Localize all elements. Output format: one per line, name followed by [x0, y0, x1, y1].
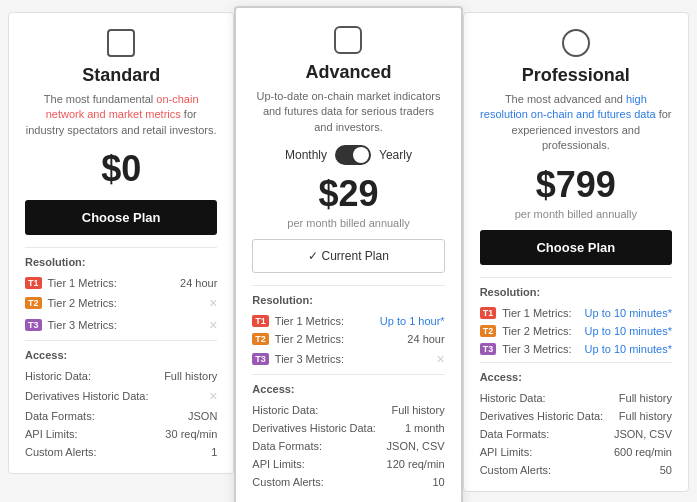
plan-header-advanced: Advanced Up-to-date on-chain market indi… — [252, 26, 444, 135]
standard-icon — [107, 29, 135, 57]
professional-tier3-row: T3 Tier 3 Metrics: Up to 10 minutes* — [480, 340, 672, 358]
advanced-historic-row: Historic Data: Full history — [252, 401, 444, 419]
standard-historic-value: Full history — [164, 370, 217, 382]
standard-tier2-left: T2 Tier 2 Metrics: — [25, 297, 117, 309]
professional-plan-desc: The most advanced and high resolution on… — [480, 92, 672, 154]
standard-desc-highlight: on-chain network and market metrics — [46, 93, 199, 120]
standard-formats-label: Data Formats: — [25, 410, 188, 422]
advanced-t3-badge: T3 — [252, 353, 269, 365]
advanced-alerts-label: Custom Alerts: — [252, 476, 432, 488]
professional-t3-value: Up to 10 minutes* — [585, 343, 672, 355]
professional-api-value: 600 req/min — [614, 446, 672, 458]
advanced-t2-badge: T2 — [252, 333, 269, 345]
professional-t1-value: Up to 10 minutes* — [585, 307, 672, 319]
advanced-access-section: Access: Historic Data: Full history Deri… — [252, 374, 444, 491]
professional-tier2-left: T2 Tier 2 Metrics: — [480, 325, 572, 337]
standard-deriv-row: Derivatives Historic Data: × — [25, 385, 217, 407]
professional-resolution-label: Resolution: — [480, 277, 672, 298]
standard-t2-value: × — [209, 295, 217, 311]
advanced-alerts-value: 10 — [432, 476, 444, 488]
professional-alerts-value: 50 — [660, 464, 672, 476]
professional-api-label: API Limits: — [480, 446, 614, 458]
standard-access-section: Access: Historic Data: Full history Deri… — [25, 340, 217, 461]
standard-price-block: $0 — [25, 148, 217, 190]
plan-card-advanced: Advanced Up-to-date on-chain market indi… — [234, 6, 462, 502]
advanced-tier1-left: T1 Tier 1 Metrics: — [252, 315, 344, 327]
standard-alerts-value: 1 — [211, 446, 217, 458]
advanced-historic-value: Full history — [391, 404, 444, 416]
standard-t3-value: × — [209, 317, 217, 333]
advanced-tier2-left: T2 Tier 2 Metrics: — [252, 333, 344, 345]
standard-t3-label: Tier 3 Metrics: — [48, 319, 117, 331]
advanced-deriv-value: 1 month — [405, 422, 445, 434]
plan-card-professional: Professional The most advanced and high … — [463, 12, 689, 492]
standard-choose-button[interactable]: Choose Plan — [25, 200, 217, 235]
advanced-t1-label: Tier 1 Metrics: — [275, 315, 344, 327]
professional-t2-badge: T2 — [480, 325, 497, 337]
professional-deriv-label: Derivatives Historic Data: — [480, 410, 619, 422]
advanced-deriv-row: Derivatives Historic Data: 1 month — [252, 419, 444, 437]
pricing-container: Standard The most fundamental on-chain n… — [8, 12, 689, 502]
standard-api-label: API Limits: — [25, 428, 165, 440]
professional-t2-label: Tier 2 Metrics: — [502, 325, 571, 337]
professional-t1-label: Tier 1 Metrics: — [502, 307, 571, 319]
advanced-api-label: API Limits: — [252, 458, 386, 470]
toggle-yearly-label: Yearly — [379, 148, 412, 162]
plan-header-standard: Standard The most fundamental on-chain n… — [25, 29, 217, 138]
advanced-tier2-row: T2 Tier 2 Metrics: 24 hour — [252, 330, 444, 348]
professional-deriv-value: Full history — [619, 410, 672, 422]
professional-api-row: API Limits: 600 req/min — [480, 443, 672, 461]
plan-header-professional: Professional The most advanced and high … — [480, 29, 672, 154]
professional-price-period: per month billed annually — [480, 208, 672, 220]
professional-historic-value: Full history — [619, 392, 672, 404]
standard-tier3-left: T3 Tier 3 Metrics: — [25, 319, 117, 331]
professional-t1-badge: T1 — [480, 307, 497, 319]
advanced-formats-value: JSON, CSV — [387, 440, 445, 452]
standard-plan-desc: The most fundamental on-chain network an… — [25, 92, 217, 138]
professional-t3-label: Tier 3 Metrics: — [502, 343, 571, 355]
standard-plan-name: Standard — [25, 65, 217, 86]
advanced-tier3-left: T3 Tier 3 Metrics: — [252, 353, 344, 365]
professional-tier3-left: T3 Tier 3 Metrics: — [480, 343, 572, 355]
billing-toggle-switch[interactable] — [335, 145, 371, 165]
professional-formats-row: Data Formats: JSON, CSV — [480, 425, 672, 443]
professional-icon — [562, 29, 590, 57]
standard-alerts-row: Custom Alerts: 1 — [25, 443, 217, 461]
advanced-t2-label: Tier 2 Metrics: — [275, 333, 344, 345]
advanced-t1-badge: T1 — [252, 315, 269, 327]
standard-formats-value: JSON — [188, 410, 217, 422]
standard-t1-value: 24 hour — [180, 277, 217, 289]
advanced-access-label: Access: — [252, 374, 444, 395]
advanced-t3-label: Tier 3 Metrics: — [275, 353, 344, 365]
advanced-formats-row: Data Formats: JSON, CSV — [252, 437, 444, 455]
advanced-current-plan-button[interactable]: Current Plan — [252, 239, 444, 273]
advanced-price-period: per month billed annually — [252, 217, 444, 229]
plan-card-standard: Standard The most fundamental on-chain n… — [8, 12, 234, 474]
professional-access-section: Access: Historic Data: Full history Deri… — [480, 362, 672, 479]
advanced-historic-label: Historic Data: — [252, 404, 391, 416]
professional-t2-value: Up to 10 minutes* — [585, 325, 672, 337]
standard-price: $0 — [25, 148, 217, 190]
standard-api-value: 30 req/min — [165, 428, 217, 440]
professional-tier1-row: T1 Tier 1 Metrics: Up to 10 minutes* — [480, 304, 672, 322]
advanced-icon — [334, 26, 362, 54]
professional-t3-badge: T3 — [480, 343, 497, 355]
standard-t3-badge: T3 — [25, 319, 42, 331]
advanced-tier3-row: T3 Tier 3 Metrics: × — [252, 348, 444, 370]
standard-tier1-row: T1 Tier 1 Metrics: 24 hour — [25, 274, 217, 292]
advanced-resolution-label: Resolution: — [252, 285, 444, 306]
standard-formats-row: Data Formats: JSON — [25, 407, 217, 425]
advanced-plan-desc: Up-to-date on-chain market indicators an… — [252, 89, 444, 135]
advanced-price: $29 — [252, 173, 444, 215]
standard-historic-row: Historic Data: Full history — [25, 367, 217, 385]
advanced-t3-value: × — [436, 351, 444, 367]
advanced-price-block: $29 per month billed annually — [252, 173, 444, 229]
standard-tier3-row: T3 Tier 3 Metrics: × — [25, 314, 217, 336]
professional-choose-button[interactable]: Choose Plan — [480, 230, 672, 265]
standard-t1-label: Tier 1 Metrics: — [48, 277, 117, 289]
professional-alerts-row: Custom Alerts: 50 — [480, 461, 672, 479]
toggle-monthly-label: Monthly — [285, 148, 327, 162]
professional-historic-label: Historic Data: — [480, 392, 619, 404]
standard-tier2-row: T2 Tier 2 Metrics: × — [25, 292, 217, 314]
professional-tier1-left: T1 Tier 1 Metrics: — [480, 307, 572, 319]
